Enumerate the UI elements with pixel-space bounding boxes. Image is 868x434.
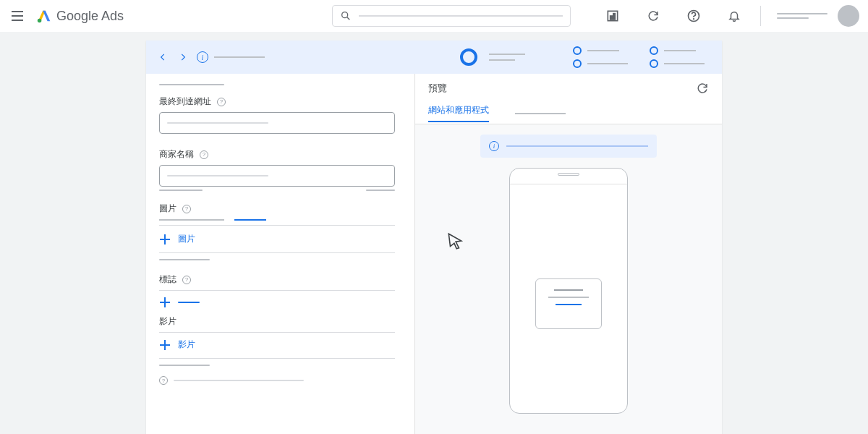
svg-rect-5 [613,14,616,20]
google-ads-logo [36,8,52,24]
add-image-button[interactable]: 圖片 [159,233,401,245]
svg-point-0 [38,19,42,22]
search-input[interactable] [332,5,571,27]
refresh-icon[interactable] [644,7,662,25]
logos-label: 標誌 [159,273,176,286]
avatar[interactable] [838,5,859,27]
form-header-placeholder [159,84,224,85]
brand-google: Google [56,9,98,23]
stepper-label-placeholder [214,56,265,58]
business-name-label: 商家名稱 [159,148,194,161]
images-tab-2[interactable] [234,219,266,221]
reports-icon[interactable] [604,7,621,25]
ad-card-mock [535,278,602,329]
images-tab-1[interactable] [159,219,224,221]
step-current-indicator [460,48,477,66]
phone-mock [509,168,628,414]
stepper-forward-button[interactable] [176,51,190,64]
brand-ads: Ads [101,9,124,23]
info-icon[interactable] [197,51,208,63]
add-logo-button[interactable] [159,297,401,308]
preview-refresh-button[interactable] [696,82,709,95]
images-tabs [159,219,395,226]
step-3 [650,46,705,68]
preview-info-banner [480,135,657,158]
svg-point-7 [694,19,694,20]
final-url-label: 最終到達網址 [159,95,211,108]
svg-rect-4 [610,16,613,20]
brand-text: Google Ads [56,9,124,24]
info-icon [159,376,168,385]
videos-label: 影片 [159,315,176,328]
info-icon [489,141,499,151]
add-image-label: 圖片 [178,233,195,245]
account-label [777,13,827,19]
search-icon [340,10,352,22]
menu-icon[interactable] [9,7,26,25]
preview-title: 預覽 [428,82,447,95]
stepper-bar [146,41,722,74]
notifications-icon[interactable] [726,7,743,25]
business-name-input[interactable] [159,165,395,187]
preview-tab-web-app[interactable]: 網站和應用程式 [428,104,489,122]
step-2 [573,46,628,68]
add-video-label: 影片 [178,339,195,351]
final-url-input[interactable] [159,112,395,134]
help-icon[interactable] [200,150,208,159]
help-icon[interactable] [182,205,191,213]
help-icon[interactable] [182,276,191,284]
svg-line-2 [347,17,349,20]
cursor-icon [446,231,464,250]
help-icon[interactable] [217,98,226,106]
plus-icon [159,297,171,308]
stepper-back-button[interactable] [156,51,169,64]
plus-icon [159,339,171,351]
images-label: 圖片 [159,203,176,215]
preview-tab-2[interactable] [515,113,566,114]
separator [760,6,761,26]
plus-icon [159,234,171,245]
add-video-button[interactable]: 影片 [159,339,401,351]
help-icon[interactable] [685,7,702,25]
svg-point-1 [342,12,348,18]
form-panel: 最終到達網址 商家名稱 圖片 圖片 [146,74,415,434]
preview-panel: 預覽 網站和應用程式 [415,74,722,434]
